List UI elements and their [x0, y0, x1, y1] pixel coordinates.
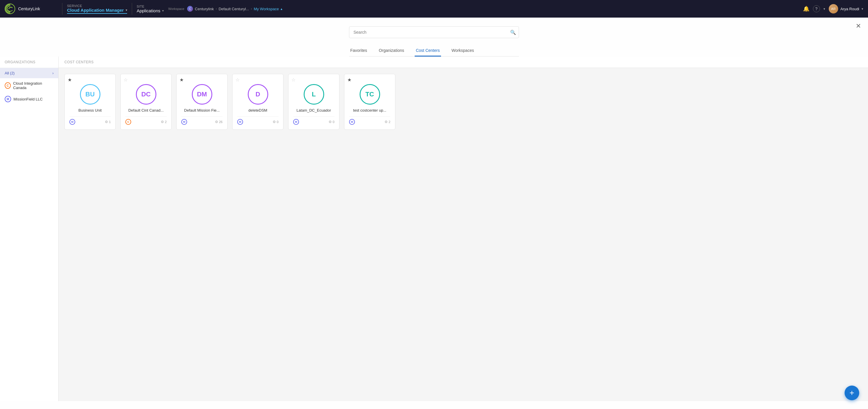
user-avatar: AR	[829, 4, 838, 13]
cloud-org-label: Cloud Integration Canada	[13, 81, 54, 90]
sidebar-header: Organizations	[0, 57, 58, 68]
card-d-org-badge: M	[237, 119, 243, 125]
card-dm-services: ⚙ 26	[215, 120, 223, 124]
centurylink-logo	[5, 3, 15, 14]
card-bu-name: Business Unit	[69, 108, 111, 113]
card-d[interactable]: ☆ D deleteDSM M ⚙ 0	[232, 74, 283, 130]
card-tc-name: test costcenter up...	[349, 108, 391, 113]
star-l-icon[interactable]: ☆	[291, 77, 296, 83]
site-nav[interactable]: Site Applications ▾	[137, 5, 164, 13]
breadcrumb: Workspace C Centurylink › Default Centur…	[168, 6, 283, 12]
sidebar-item-cloud-integration[interactable]: C Cloud Integration Canada	[0, 78, 58, 93]
card-d-services: ⚙ 0	[273, 120, 279, 124]
site-title: Applications ▾	[137, 8, 164, 13]
card-dc-footer: C ⚙ 2	[125, 116, 167, 125]
card-dc-org-badge: C	[125, 119, 131, 125]
breadcrumb-label: Workspace	[168, 7, 185, 10]
sidebar-all-label: All (2)	[5, 71, 14, 75]
svg-point-0	[5, 4, 15, 14]
tab-organizations[interactable]: Organizations	[378, 45, 405, 57]
service-label: Service	[67, 4, 127, 8]
breadcrumb-default[interactable]: Default Centuryl...	[218, 7, 249, 11]
star-dc-icon[interactable]: ☆	[124, 77, 128, 83]
gear-bu-icon: ⚙	[105, 120, 108, 124]
help-button[interactable]: ?	[813, 5, 820, 12]
grid-header: Cost Centers	[59, 57, 868, 68]
breadcrumb-sep-2: ›	[251, 7, 252, 11]
card-tc[interactable]: ★ TC test costcenter up... M ⚙ 2	[344, 74, 395, 130]
gear-dc-icon: ⚙	[161, 120, 164, 124]
add-fab-button[interactable]: +	[844, 385, 859, 400]
user-chevron-icon: ▾	[862, 7, 863, 11]
sidebar-item-missionfield[interactable]: M MissionField LLC	[0, 93, 58, 105]
breadcrumb-centurylink[interactable]: Centurylink	[195, 7, 214, 11]
site-chevron-icon: ▾	[162, 9, 164, 12]
card-bu-services: ⚙ 1	[105, 120, 111, 124]
card-dm-name: Default Mission Fie...	[181, 108, 223, 113]
card-dc[interactable]: ☆ DC Default Cint Canad... C ⚙ 2	[120, 74, 172, 130]
sidebar-chevron-icon: ›	[53, 71, 54, 75]
tab-cost-centers[interactable]: Cost Centers	[415, 45, 441, 57]
cloud-org-avatar: C	[5, 82, 11, 89]
card-dc-name: Default Cint Canad...	[125, 108, 167, 113]
breadcrumb-sep-1: ›	[216, 7, 217, 11]
search-input[interactable]	[349, 26, 519, 38]
cards-grid: ★ BU Business Unit M ⚙ 1 ☆	[59, 68, 868, 136]
star-d-icon[interactable]: ☆	[236, 77, 240, 83]
sidebar: Organizations All (2) › C Cloud Integrat…	[0, 57, 59, 401]
card-bu-footer: M ⚙ 1	[69, 116, 111, 125]
card-bu-circle: BU	[80, 84, 100, 105]
card-l-footer: M ⚙ 0	[293, 116, 335, 125]
user-name: Arya Roudi	[840, 7, 859, 11]
card-dm[interactable]: ★ DM Default Mission Fie... M ⚙ 26	[176, 74, 227, 130]
card-l[interactable]: ☆ L Latam_DC_Ecuador M ⚙ 0	[288, 74, 339, 130]
star-dm-icon[interactable]: ★	[180, 77, 184, 83]
mission-org-avatar: M	[5, 96, 11, 102]
sidebar-item-all-left: All (2)	[5, 71, 14, 75]
logo-area: CenturyLink	[5, 3, 57, 14]
sidebar-mission-left: M MissionField LLC	[5, 96, 43, 102]
sidebar-item-all[interactable]: All (2) ›	[0, 68, 58, 78]
mission-org-label: MissionField LLC	[13, 97, 43, 101]
workspace-avatar: C	[187, 6, 193, 12]
app-title: Cloud Application Manager ▾	[67, 8, 127, 14]
tab-workspaces[interactable]: Workspaces	[451, 45, 475, 57]
search-button[interactable]: 🔍	[510, 30, 516, 35]
card-dm-footer: M ⚙ 26	[181, 116, 223, 125]
card-dm-circle: DM	[192, 84, 212, 105]
gear-dm-icon: ⚙	[215, 120, 218, 124]
card-dc-services: ⚙ 2	[161, 120, 167, 124]
gear-d-icon: ⚙	[273, 120, 276, 124]
grid-area: Cost Centers ★ BU Business Unit M ⚙ 1	[59, 57, 868, 401]
star-tc-icon[interactable]: ★	[347, 77, 351, 83]
gear-tc-icon: ⚙	[384, 120, 388, 124]
card-bu-org-badge: M	[69, 119, 75, 125]
content-area: Organizations All (2) › C Cloud Integrat…	[0, 57, 868, 401]
notifications-button[interactable]: 🔔	[803, 6, 809, 12]
card-d-name: deleteDSM	[237, 108, 279, 113]
header: CenturyLink Service Cloud Application Ma…	[0, 0, 868, 18]
user-menu[interactable]: AR Arya Roudi ▾	[829, 4, 863, 13]
card-l-circle: L	[304, 84, 324, 105]
card-d-footer: M ⚙ 0	[237, 116, 279, 125]
card-tc-circle: TC	[360, 84, 380, 105]
sidebar-cloud-left: C Cloud Integration Canada	[5, 81, 54, 90]
card-dc-count: 2	[165, 120, 167, 124]
close-button[interactable]: ✕	[856, 22, 861, 30]
header-right: 🔔 ? ▾ AR Arya Roudi ▾	[803, 4, 863, 13]
card-bu[interactable]: ★ BU Business Unit M ⚙ 1	[64, 74, 116, 130]
gear-l-icon: ⚙	[329, 120, 332, 124]
card-tc-services: ⚙ 2	[384, 120, 391, 124]
header-divider-1	[62, 3, 62, 14]
card-dc-circle: DC	[136, 84, 156, 105]
service-nav[interactable]: Service Cloud Application Manager ▾	[67, 4, 127, 14]
help-chevron-icon: ▾	[824, 7, 825, 11]
card-tc-org-badge: M	[349, 119, 355, 125]
star-bu-icon[interactable]: ★	[68, 77, 72, 83]
card-tc-count: 2	[389, 120, 391, 124]
app-chevron-icon: ▾	[126, 8, 127, 12]
card-dm-org-badge: M	[181, 119, 187, 125]
breadcrumb-workspace[interactable]: My Workspace ▲	[254, 7, 283, 11]
search-container: 🔍	[349, 26, 519, 38]
tab-favorites[interactable]: Favorites	[349, 45, 368, 57]
